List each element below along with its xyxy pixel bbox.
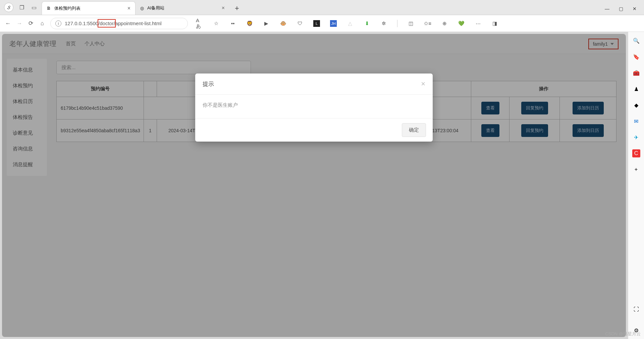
tab-title: 体检预约列表 <box>54 5 80 11</box>
performance-icon[interactable]: 💚 <box>458 20 465 27</box>
split-icon[interactable]: ◫ <box>408 20 414 27</box>
ext4-icon[interactable]: L <box>313 20 320 27</box>
office-icon[interactable]: ◆ <box>632 101 640 109</box>
window-close-icon[interactable]: ✕ <box>633 6 637 11</box>
shopping-icon[interactable]: 🔖 <box>632 53 640 61</box>
forward-icon: → <box>16 20 23 27</box>
favorite-icon[interactable]: ☆ <box>213 20 219 27</box>
play-icon[interactable]: ▶ <box>263 20 270 27</box>
home-icon[interactable]: ⌂ <box>39 20 46 27</box>
back-icon[interactable]: ← <box>5 20 11 27</box>
tab-active[interactable]: 🗎 体检预约列表 × <box>42 1 136 15</box>
shield-icon[interactable]: 🛡 <box>297 20 303 27</box>
tab-actions-icon[interactable]: ▭ <box>32 4 38 10</box>
extensions-icon[interactable]: ✲ <box>380 20 387 27</box>
screenshot-icon[interactable]: ⛶ <box>632 305 640 313</box>
ext5-icon[interactable]: JH <box>330 20 337 27</box>
add-rail-icon[interactable]: + <box>632 165 640 174</box>
site-info-icon[interactable]: i <box>55 20 61 27</box>
send-icon[interactable]: ✈ <box>632 133 640 141</box>
tools-icon[interactable]: 🧰 <box>632 69 640 77</box>
close-icon[interactable]: × <box>222 5 225 11</box>
collections-icon[interactable]: ⊕ <box>441 20 448 27</box>
favorites-bar-icon[interactable]: ✩≡ <box>424 20 431 27</box>
page-content: 老年人健康管理 首页 个人中心 family1 基本信息 体检预约 体检日历 体… <box>2 34 626 337</box>
search-icon[interactable]: 🔍 <box>632 37 640 45</box>
close-icon[interactable]: × <box>127 5 130 11</box>
tab-inactive[interactable]: ◎ AI备用站 × <box>136 1 229 15</box>
reader-icon[interactable]: Aあ <box>196 20 203 27</box>
modal-body: 你不是医生账户 <box>195 95 433 118</box>
ext2-icon[interactable]: 🦁 <box>246 20 253 27</box>
outlook-icon[interactable]: ✉ <box>632 117 640 125</box>
ok-button[interactable]: 确定 <box>402 123 426 137</box>
alert-modal: 提示 × 你不是医生账户 确定 <box>195 74 433 142</box>
browser-side-rail: 🔍 🔖 🧰 ♟ ◆ ✉ ✈ C + ⛶ ⚙ <box>628 32 644 339</box>
app-c-icon[interactable]: C <box>632 149 640 157</box>
workspaces-icon[interactable]: ❐ <box>19 4 25 10</box>
close-icon[interactable]: × <box>421 80 425 88</box>
browser-tab-strip: 𝓢 ❐ ▭ 🗎 体检预约列表 × ◎ AI备用站 × + — ▢ ✕ <box>0 0 644 15</box>
ext1-icon[interactable]: ▪▪ <box>229 20 236 27</box>
page-icon: ◎ <box>140 6 144 11</box>
more-icon[interactable]: ⋯ <box>475 20 481 27</box>
minimize-icon[interactable]: — <box>605 6 609 11</box>
maximize-icon[interactable]: ▢ <box>619 6 623 11</box>
ext3-icon[interactable]: 🐵 <box>280 20 286 27</box>
new-tab-button[interactable]: + <box>229 4 245 15</box>
games-icon[interactable]: ♟ <box>632 85 640 93</box>
profile-icon[interactable]: 𝓢 <box>4 3 13 12</box>
tab-title: AI备用站 <box>147 5 164 11</box>
sidebar-toggle-icon[interactable]: ◨ <box>491 20 498 27</box>
address-bar: ← → ⟳ ⌂ i 127.0.0.1:5500/doctor/appointm… <box>0 15 644 32</box>
download-icon[interactable]: ⬇ <box>364 20 370 27</box>
url-text: 127.0.0.1:5500/doctor/appointment-list.h… <box>65 20 162 26</box>
url-input[interactable]: i 127.0.0.1:5500/doctor/appointment-list… <box>50 18 188 29</box>
watermark: CSDN @日星月云 <box>605 331 641 337</box>
modal-title: 提示 <box>203 80 214 88</box>
refresh-icon[interactable]: ⟳ <box>28 20 34 27</box>
page-icon: 🗎 <box>47 6 51 11</box>
ext6-icon[interactable]: △ <box>347 20 354 27</box>
